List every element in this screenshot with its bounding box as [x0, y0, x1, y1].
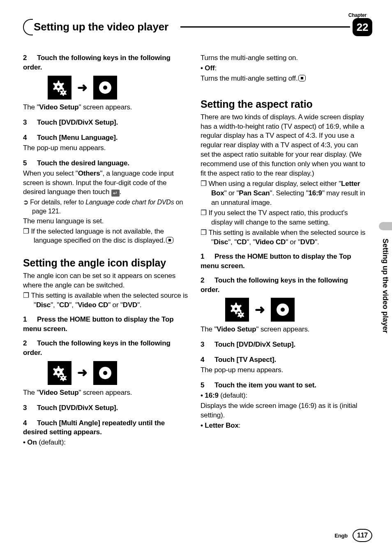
header-bar: Setting up the video player [23, 19, 372, 35]
section-end-icon [298, 75, 306, 81]
disc-icon [93, 76, 117, 100]
svg-point-3 [103, 86, 107, 90]
on-description: Turns the multi-angle setting on. [201, 53, 366, 63]
aspect-step-1: 1Press the HOME button to display the To… [201, 252, 366, 271]
key-sequence: ➜ [48, 76, 188, 100]
svg-point-0 [57, 86, 60, 88]
right-column: Turns the multi-angle setting on. Off: T… [201, 53, 366, 448]
step-4-sub: The pop-up menu appears. [23, 144, 188, 153]
step-5: 5Touch the desired language. [23, 159, 188, 168]
side-tab-marker [379, 222, 392, 230]
angle-step-3: 3Touch [DVD/DivX Setup]. [23, 403, 188, 413]
svg-point-8 [235, 308, 237, 310]
left-column: 2Touch the following keys in the followi… [23, 53, 188, 448]
aspect-step-2: 2Touch the following keys in the followi… [201, 276, 366, 295]
aspect-step-3: 3Touch [DVD/DivX Setup]. [201, 340, 366, 350]
angle-step-1: 1Press the HOME button to display the To… [23, 315, 188, 334]
off-description: Turns the multi-angle setting off. [201, 74, 366, 83]
heading-angle-icon: Setting the angle icon display [23, 257, 188, 269]
chapter-number-badge: 22 [353, 18, 372, 36]
video-setup-appears: The "Video Setup" screen appears. [23, 388, 188, 398]
aspect-note-1: When using a regular display, select eit… [201, 179, 366, 208]
aspect-step-5: 5Touch the item you want to set. [201, 381, 366, 390]
enter-key-icon: ↵ [111, 190, 120, 197]
svg-point-1 [62, 91, 64, 93]
svg-point-7 [103, 371, 107, 375]
aspect-intro: There are two kinds of displays. A wide … [201, 113, 366, 179]
page-number: 117 [353, 529, 372, 542]
settings-gear-icon [48, 76, 71, 100]
aspect-note-2: If you select the TV aspect ratio, this … [201, 208, 366, 227]
option-letterbox: Letter Box: [201, 421, 366, 431]
step-2: 2Touch the following keys in the followi… [23, 53, 188, 72]
aspect-step-4-sub: The pop-up menu appears. [201, 366, 366, 375]
page-title: Setting up the video player [33, 21, 168, 33]
section-end-icon [166, 237, 173, 243]
svg-point-9 [240, 314, 241, 315]
option-off: Off: [201, 64, 366, 73]
aspect-note-3: This setting is available when the selec… [201, 228, 366, 247]
settings-gear-icon [225, 298, 249, 322]
heading-aspect-ratio: Setting the aspect ratio [201, 98, 366, 110]
arrow-right-icon: ➜ [77, 364, 88, 381]
option-on: On (default): [23, 438, 188, 447]
key-sequence: ➜ [48, 361, 188, 385]
side-section-title: Setting up the video player [381, 239, 390, 333]
video-setup-appears: The "Video Setup" screen appears. [201, 325, 366, 334]
angle-step-2: 2Touch the following keys in the followi… [23, 339, 188, 358]
menu-lang-set: The menu language is set. [23, 217, 188, 226]
step-3: 3Touch [DVD/DivX Setup]. [23, 118, 188, 127]
disc-icon [93, 361, 117, 385]
svg-point-4 [57, 371, 60, 373]
step-5-body: When you select "Others", a language cod… [23, 169, 188, 197]
page-header: Chapter Setting up the video player 22 [23, 12, 372, 37]
svg-point-11 [281, 308, 285, 312]
arrow-right-icon: ➜ [255, 301, 265, 318]
footer-language: Engb [334, 533, 348, 539]
option-169-body: Displays the wide screen image (16:9) as… [201, 401, 366, 420]
angle-step-4: 4Touch [Multi Angle] repeatedly until th… [23, 419, 188, 438]
detail-reference: For details, refer to Language code char… [23, 198, 188, 215]
aspect-step-4: 4Touch [TV Aspect]. [201, 355, 366, 365]
disc-icon [271, 298, 295, 322]
option-169: 16:9 (default): [201, 391, 366, 401]
chapter-label: Chapter [348, 12, 367, 18]
svg-point-5 [62, 377, 64, 378]
video-setup-appears: The "Video Setup" screen appears. [23, 103, 188, 112]
arrow-right-icon: ➜ [77, 79, 88, 96]
settings-gear-icon [48, 361, 71, 385]
note-lang-unavailable: If the selected language is not availabl… [23, 227, 188, 246]
angle-source-note: This setting is available when the selec… [23, 291, 188, 310]
angle-intro: The angle icon can be set so it appears … [23, 271, 188, 290]
step-4: 4Touch [Menu Language]. [23, 133, 188, 143]
page-footer: Engb 117 [334, 529, 372, 542]
key-sequence: ➜ [225, 298, 366, 322]
